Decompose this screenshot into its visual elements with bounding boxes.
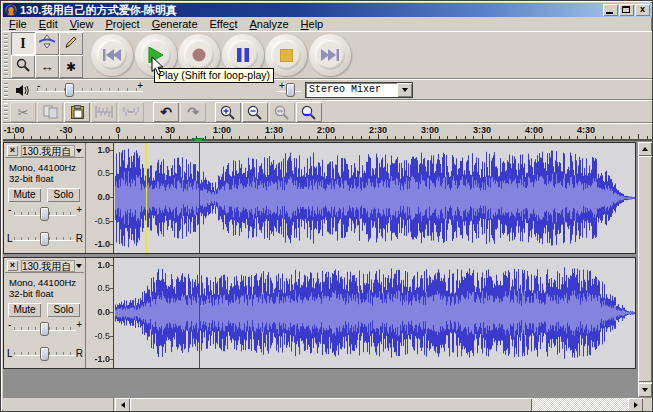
waveform-display[interactable] [115, 258, 635, 368]
undo-button[interactable]: ↶ [153, 102, 179, 122]
track-title-bar[interactable]: ×130.我用自 [5, 259, 84, 273]
output-volume-thumb[interactable] [65, 83, 74, 97]
ruler-tick [525, 136, 526, 139]
vruler-tickmark [110, 359, 113, 360]
multi-tool[interactable]: ✱ [59, 55, 83, 78]
ruler-tick [577, 136, 578, 139]
solo-button[interactable]: Solo [47, 303, 80, 317]
skip-to-start-button-face [97, 40, 127, 70]
pan-slider[interactable]: LR [14, 232, 76, 246]
combo-dropdown-button[interactable] [397, 83, 412, 97]
pan-slider[interactable]: LR [14, 347, 76, 361]
fit-selection-button[interactable] [269, 102, 295, 122]
horizontal-scroll-thumb[interactable] [130, 398, 532, 412]
timeline-ruler[interactable]: -1:00-300301:001:302:002:303:003:304:004… [3, 123, 652, 141]
audacity-window: 130.我用自己的方式爱你-陈明真 x FileEditViewProjectG… [0, 0, 653, 412]
minimize-button[interactable] [603, 4, 618, 16]
horizontal-scrollbar[interactable] [3, 398, 652, 412]
app-icon [5, 4, 17, 16]
chevron-down-icon [402, 88, 408, 92]
scroll-right-button[interactable] [628, 398, 643, 412]
ruler-label: 4:00 [525, 125, 543, 135]
ruler-label: 2:00 [317, 125, 335, 135]
menu-help[interactable]: Help [295, 18, 330, 31]
ruler-tick [265, 136, 266, 139]
fit-project-button[interactable] [296, 102, 322, 122]
waveform-canvas[interactable] [115, 258, 635, 368]
input-volume-thumb[interactable] [286, 83, 295, 97]
track-close-button[interactable]: × [7, 260, 18, 271]
copy-button[interactable] [37, 102, 63, 122]
playback-cursor-line [199, 258, 200, 368]
scroll-up-button[interactable] [638, 142, 652, 156]
toolbar-grip[interactable] [4, 82, 8, 97]
cut-button[interactable]: ✂ [10, 102, 36, 122]
vruler-tickmark [110, 150, 113, 151]
ruler-tick [629, 136, 630, 139]
output-volume-slider[interactable]: - + [37, 83, 143, 97]
menu-effect[interactable]: Effect [204, 18, 244, 31]
redo-icon: ↷ [187, 104, 199, 120]
redo-button[interactable]: ↷ [180, 102, 206, 122]
scroll-down-button[interactable] [638, 383, 652, 397]
vruler-label: -1.0 [94, 354, 110, 364]
ruler-tick [517, 136, 518, 139]
input-volume-slider[interactable]: + [277, 83, 301, 97]
waveform-canvas[interactable] [115, 143, 635, 253]
selection-tool[interactable]: I [11, 32, 35, 55]
time-shift-tool[interactable]: ↔ [35, 55, 59, 78]
ruler-tick [101, 136, 102, 139]
maximize-button[interactable] [619, 4, 634, 16]
skip-to-start-button[interactable] [91, 34, 133, 76]
track-format-label: Mono, 44100Hz [9, 277, 76, 288]
trim-outside-selection-button[interactable] [91, 102, 117, 122]
zoom-out-button[interactable] [242, 102, 268, 122]
track-close-button[interactable]: × [7, 145, 18, 156]
title-bar[interactable]: 130.我用自己的方式爱你-陈明真 x [3, 3, 652, 17]
menu-file[interactable]: File [3, 18, 33, 31]
menu-view[interactable]: View [64, 18, 100, 31]
playback-cursor-line [146, 143, 147, 253]
menu-analyze[interactable]: Analyze [243, 18, 294, 31]
trim-outside-selection-icon [95, 105, 113, 119]
ruler-tick [57, 136, 58, 139]
track-title-bar[interactable]: ×130.我用自 [5, 144, 84, 158]
ruler-tick [317, 136, 318, 139]
menu-project[interactable]: Project [99, 18, 145, 31]
scroll-left-button[interactable] [115, 398, 130, 412]
gain-slider[interactable]: -+ [14, 207, 76, 221]
gain-slider[interactable]: -+ [14, 322, 76, 336]
menu-edit[interactable]: Edit [33, 18, 64, 31]
gain-thumb[interactable] [40, 207, 49, 221]
mute-button[interactable]: Mute [8, 303, 41, 317]
toolbar-grip[interactable] [4, 103, 8, 120]
solo-button[interactable]: Solo [47, 188, 80, 202]
close-button[interactable]: x [635, 4, 650, 16]
paste-button[interactable] [64, 102, 90, 122]
mute-button[interactable]: Mute [8, 188, 41, 202]
draw-tool[interactable] [59, 32, 83, 55]
menu-generate[interactable]: Generate [146, 18, 204, 31]
vruler-tickmark [110, 221, 113, 222]
vertical-scrollbar[interactable] [638, 142, 652, 397]
pan-thumb[interactable] [40, 347, 49, 361]
pan-thumb[interactable] [40, 232, 49, 246]
ruler-tick [231, 136, 232, 139]
track-menu-button[interactable] [76, 149, 82, 153]
window-title: 130.我用自己的方式爱你-陈明真 [20, 4, 602, 16]
envelope-tool[interactable] [35, 32, 59, 55]
gain-thumb[interactable] [40, 322, 49, 336]
input-source-select[interactable]: Stereo Mixer [305, 82, 413, 98]
skip-to-end-button[interactable] [309, 34, 351, 76]
ruler-tick [309, 136, 310, 139]
track-depth-label: 32-bit float [9, 288, 53, 299]
ruler-tick [439, 136, 440, 139]
zoom-tool[interactable] [11, 55, 35, 78]
waveform-display[interactable] [115, 143, 635, 253]
toolbar-grip[interactable] [4, 34, 8, 76]
track-menu-button[interactable] [76, 264, 82, 268]
silence-selection-button[interactable] [118, 102, 144, 122]
zoom-tool-icon [16, 58, 30, 75]
zoom-in-button[interactable] [215, 102, 241, 122]
vertical-scroll-thumb[interactable] [638, 156, 652, 382]
